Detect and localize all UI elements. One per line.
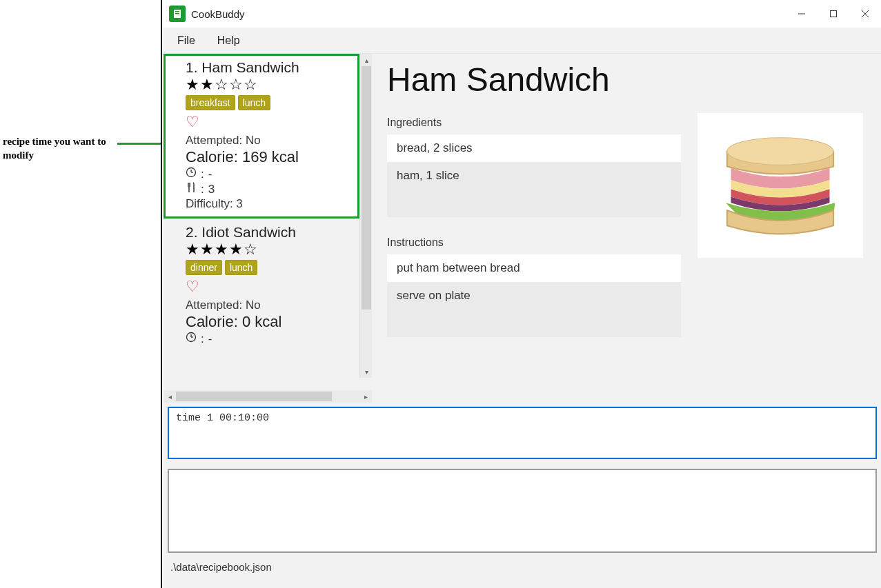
annotation-arrow (117, 143, 161, 145)
attempted-label: Attempted: No (186, 134, 351, 148)
recipe-title: 1. Ham Sandwich (186, 59, 351, 76)
tag: lunch (238, 95, 270, 110)
instruction-row: put ham between bread (387, 254, 681, 282)
list-vertical-scrollbar[interactable]: ▴ ▾ (359, 54, 372, 378)
recipe-title: 2. Idiot Sandwich (186, 224, 351, 241)
scrollbar-thumb[interactable] (176, 392, 332, 401)
window-title: CookBuddy (191, 8, 245, 20)
scroll-left-arrow[interactable]: ◂ (164, 393, 176, 401)
output-box[interactable] (168, 469, 877, 553)
tag-list: dinner lunch (186, 260, 351, 275)
difficulty-label: Difficulty: 3 (186, 197, 351, 211)
ingredient-row: bread, 2 slices (387, 134, 681, 162)
minimize-button[interactable] (786, 0, 818, 28)
menu-file[interactable]: File (176, 32, 197, 50)
statusbar-path: .\data\recipebook.json (168, 557, 877, 576)
tag: dinner (186, 260, 222, 275)
ingredient-row: ham, 1 slice (387, 162, 681, 190)
app-window: CookBuddy File Help 1. Ham Sandwich ★★☆☆ (164, 0, 881, 588)
tag-list: breakfast lunch (186, 95, 351, 110)
serving-row: : 3 (186, 182, 351, 196)
calorie-label: Calorie: 169 kcal (186, 148, 351, 166)
time-row: : - (186, 167, 351, 181)
instruction-row: serve on plate (387, 282, 681, 310)
time-row: : - (186, 332, 351, 346)
svg-rect-2 (175, 13, 179, 14)
time-value: - (208, 168, 212, 181)
tag: lunch (225, 260, 257, 275)
scrollbar-thumb[interactable] (362, 66, 371, 310)
command-input[interactable] (168, 407, 877, 459)
heart-icon[interactable]: ♡ (186, 279, 351, 294)
clock-icon (186, 167, 197, 181)
window-controls (786, 0, 881, 28)
ingredient-row-empty (387, 190, 681, 217)
scroll-right-arrow[interactable]: ▸ (359, 393, 372, 401)
titlebar: CookBuddy (164, 0, 881, 28)
recipe-detail-pane: Ham Sandwich Ingredients bread, 2 slices… (372, 54, 881, 403)
svg-rect-4 (831, 11, 837, 17)
close-button[interactable] (849, 0, 881, 28)
attempted-label: Attempted: No (186, 298, 351, 312)
rating-stars: ★★☆☆☆ (186, 77, 351, 92)
rating-stars: ★★★★☆ (186, 242, 351, 257)
calorie-label: Calorie: 0 kcal (186, 313, 351, 331)
detail-title: Ham Sandwich (387, 61, 681, 99)
fork-knife-icon (186, 182, 197, 196)
tag: breakfast (186, 95, 235, 110)
svg-rect-1 (175, 11, 179, 12)
instructions-list: put ham between bread serve on plate (387, 254, 681, 337)
svg-point-13 (727, 138, 833, 165)
maximize-button[interactable] (818, 0, 849, 28)
app-icon (169, 6, 186, 22)
serving-value: 3 (208, 183, 215, 196)
heart-icon[interactable]: ♡ (186, 114, 351, 130)
menubar: File Help (164, 28, 881, 54)
annotation-text: recipe time you want to modify (3, 134, 127, 163)
recipe-list-item[interactable]: 1. Ham Sandwich ★★☆☆☆ breakfast lunch ♡ … (164, 54, 359, 219)
menu-help[interactable]: Help (216, 32, 241, 50)
recipe-image (697, 113, 863, 258)
instruction-row-empty (387, 310, 681, 337)
recipe-list-pane: 1. Ham Sandwich ★★☆☆☆ breakfast lunch ♡ … (164, 54, 372, 403)
clock-icon (186, 332, 197, 346)
time-value: - (208, 332, 212, 346)
list-horizontal-scrollbar[interactable]: ◂ ▸ (164, 390, 372, 403)
ingredients-list: bread, 2 slices ham, 1 slice (387, 134, 681, 217)
ingredients-heading: Ingredients (387, 116, 681, 129)
scroll-down-arrow[interactable]: ▾ (360, 365, 372, 378)
instructions-heading: Instructions (387, 236, 681, 249)
recipe-list-item[interactable]: 2. Idiot Sandwich ★★★★☆ dinner lunch ♡ A… (164, 219, 359, 354)
scroll-up-arrow[interactable]: ▴ (360, 54, 372, 66)
